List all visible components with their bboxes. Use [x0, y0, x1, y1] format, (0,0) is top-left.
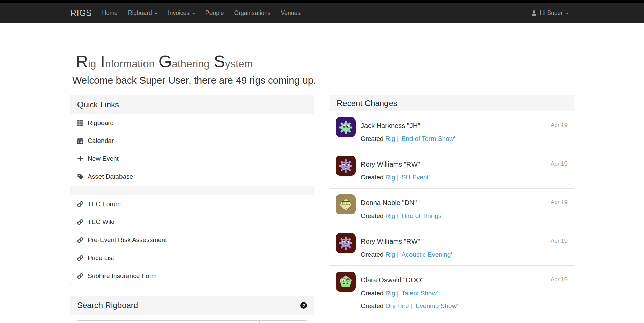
change-user-name: Donna Noble "DN" [361, 198, 417, 207]
caret-down-icon [154, 13, 158, 14]
action-link[interactable]: Rig | 'SU Event' [385, 174, 430, 181]
action-link[interactable]: Rig | 'End of Term Show' [385, 135, 455, 142]
quick-links-title: Quick Links [77, 100, 119, 109]
change-action: Created Rig | 'Acoustic Evening' [361, 250, 568, 259]
navbar-menu: HomeRigboardInvoicesPeopleOrganisationsV… [97, 3, 306, 23]
link-icon [77, 219, 83, 225]
recent-change-row: Jack Harkness "JH"Apr 19Created Rig | 'E… [330, 111, 574, 150]
action-prefix: Created [361, 174, 385, 181]
change-date: Apr 19 [551, 237, 568, 245]
action-prefix: Created [361, 251, 385, 258]
action-prefix: Created [361, 289, 385, 297]
user-menu[interactable]: Hi Super [526, 3, 574, 23]
quick-link-pre-event-risk-assessment[interactable]: Pre-Event Risk Assessment [70, 231, 314, 249]
quick-link-asset-database[interactable]: Asset Database [70, 168, 314, 186]
change-action: Created Rig | 'End of Term Show' [361, 134, 568, 143]
link-icon [77, 273, 83, 279]
user-menu-label: Hi Super [540, 9, 563, 17]
change-date: Apr 19 [551, 160, 568, 168]
quick-links-separator [70, 186, 314, 195]
question-circle-icon[interactable]: ? [300, 302, 307, 309]
nav-item-home[interactable]: Home [97, 3, 123, 23]
action-prefix: Created [361, 302, 385, 309]
quick-links-list: RigboardCalendarNew EventAsset DatabaseT… [70, 114, 314, 285]
recent-changes-panel: Recent Changes Jack Harkness "JH"Apr 19C… [330, 95, 574, 323]
quick-link-label: Rigboard [88, 119, 114, 127]
user-icon [531, 10, 537, 16]
nav-item-organisations[interactable]: Organisations [229, 3, 276, 23]
navbar: RIGS HomeRigboardInvoicesPeopleOrganisat… [0, 3, 644, 23]
change-date: Apr 19 [551, 276, 568, 284]
quick-link-label: Subhire Insurance Form [88, 272, 157, 280]
caret-down-icon [192, 13, 195, 14]
recent-change-row: Donna Noble "DN"Apr 19Created Rig | 'Hir… [330, 189, 574, 227]
user-avatar [336, 156, 356, 176]
change-user-name: Clara Oswald "COO" [361, 276, 423, 284]
quick-link-new-event[interactable]: New Event [70, 150, 314, 168]
recent-change-row: Rory Williams "RW"Apr 19Created Rig | 'A… [330, 227, 574, 266]
page-title: RigInformationGatheringSystem [70, 53, 574, 70]
change-action: Created Dry Hire | 'Evening Show' [361, 302, 568, 310]
action-link[interactable]: Rig | 'Talent Show' [385, 289, 438, 297]
quick-link-label: TEC Forum [88, 200, 121, 208]
change-user-name: Jack Harkness "JH" [361, 121, 420, 130]
quick-link-label: Pre-Event Risk Assessment [88, 236, 167, 244]
search-rigboard-title: Search Rigboard [77, 300, 138, 310]
quick-link-tec-wiki[interactable]: TEC Wiki [70, 213, 314, 231]
action-prefix: Created [361, 212, 385, 219]
change-action: Created Rig | 'Hire of Things' [361, 212, 568, 220]
link-icon [77, 201, 83, 207]
quick-link-price-list[interactable]: Price List [70, 249, 314, 267]
link-icon [77, 237, 83, 243]
quick-link-calendar[interactable]: Calendar [70, 132, 314, 150]
quick-link-tec-forum[interactable]: TEC Forum [70, 195, 314, 213]
link-icon [77, 255, 83, 261]
search-button[interactable]: Search [259, 320, 307, 323]
user-avatar [336, 194, 356, 214]
user-avatar [336, 117, 356, 137]
nav-item-invoices[interactable]: Invoices [163, 3, 200, 23]
svg-text:?: ? [302, 303, 305, 308]
action-link[interactable]: Rig | 'Hire of Things' [385, 212, 443, 219]
calendar-icon [77, 138, 83, 144]
change-date: Apr 19 [551, 121, 568, 129]
change-user-name: Rory Williams "RW" [361, 160, 420, 169]
plus-icon [77, 156, 83, 162]
user-avatar [336, 272, 356, 292]
search-input[interactable] [77, 320, 259, 323]
search-rigboard-panel: Search Rigboard ? Search [70, 296, 314, 323]
caret-down-icon [565, 13, 569, 14]
action-link[interactable]: Rig | 'Acoustic Evening' [385, 251, 452, 258]
recent-change-row: Rory Williams "RW"Apr 19 [330, 317, 574, 323]
nav-item-venues[interactable]: Venues [276, 3, 306, 23]
nav-item-people[interactable]: People [200, 3, 229, 23]
welcome-text: Welcome back Super User, there are 49 ri… [70, 75, 574, 86]
change-action: Created Rig | 'SU Event' [361, 173, 568, 181]
tag-icon [77, 174, 83, 180]
top-strip [0, 0, 644, 3]
change-user-name: Rory Williams "RW" [361, 237, 420, 246]
quick-link-label: New Event [88, 155, 119, 163]
recent-changes-title: Recent Changes [337, 99, 397, 108]
recent-change-row: Clara Oswald "COO"Apr 19Created Rig | 'T… [330, 266, 574, 317]
action-link[interactable]: Dry Hire | 'Evening Show' [385, 302, 458, 309]
brand[interactable]: RIGS [65, 3, 97, 23]
quick-link-label: TEC Wiki [88, 218, 114, 226]
nav-item-rigboard[interactable]: Rigboard [123, 3, 163, 23]
quick-link-label: Asset Database [88, 173, 133, 180]
user-avatar [336, 233, 356, 253]
recent-changes-list: Jack Harkness "JH"Apr 19Created Rig | 'E… [330, 111, 574, 323]
list-icon [77, 120, 83, 126]
change-date: Apr 19 [551, 198, 568, 207]
change-action: Created Rig | 'Talent Show' [361, 289, 568, 297]
recent-change-row: Rory Williams "RW"Apr 19Created Rig | 'S… [330, 150, 574, 189]
quick-links-panel: Quick Links RigboardCalendarNew EventAss… [70, 95, 314, 285]
action-prefix: Created [361, 135, 385, 142]
quick-link-rigboard[interactable]: Rigboard [70, 114, 314, 132]
quick-link-label: Price List [88, 254, 114, 262]
quick-link-label: Calendar [88, 137, 114, 145]
quick-link-subhire-insurance-form[interactable]: Subhire Insurance Form [70, 267, 314, 285]
